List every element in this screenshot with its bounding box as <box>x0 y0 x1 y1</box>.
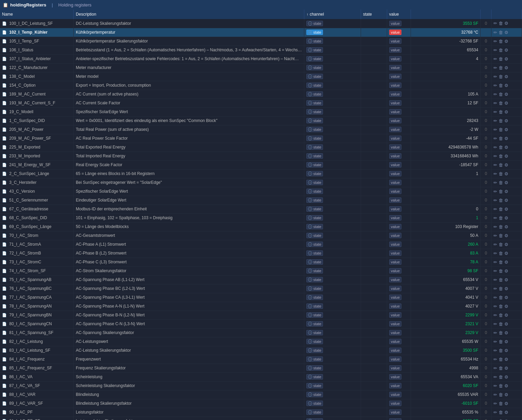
settings-icon[interactable]: ⚙ <box>504 39 508 44</box>
settings-icon[interactable]: ⚙ <box>504 56 508 62</box>
settings-icon[interactable]: ⚙ <box>504 321 508 327</box>
edit-icon[interactable]: ✏ <box>493 366 497 371</box>
edit-icon[interactable]: ✏ <box>493 65 497 70</box>
settings-icon[interactable]: ⚙ <box>504 207 508 212</box>
delete-icon[interactable]: 🗑 <box>499 374 503 380</box>
edit-icon[interactable]: ✏ <box>493 171 497 176</box>
delete-icon[interactable]: 🗑 <box>499 268 503 274</box>
settings-icon[interactable]: ⚙ <box>504 374 508 380</box>
edit-icon[interactable]: ✏ <box>493 260 497 265</box>
delete-icon[interactable]: 🗑 <box>499 260 503 265</box>
delete-icon[interactable]: 🗑 <box>499 207 503 212</box>
settings-icon[interactable]: ⚙ <box>504 330 508 335</box>
delete-icon[interactable]: 🗑 <box>499 348 503 353</box>
edit-icon[interactable]: ✏ <box>493 207 497 212</box>
edit-icon[interactable]: ✏ <box>493 224 497 229</box>
delete-icon[interactable]: 🗑 <box>499 65 503 70</box>
delete-icon[interactable]: 🗑 <box>499 83 503 88</box>
edit-icon[interactable]: ✏ <box>493 357 497 362</box>
settings-icon[interactable]: ⚙ <box>504 268 508 274</box>
settings-icon[interactable]: ⚙ <box>504 127 508 132</box>
table-wrapper[interactable]: Name Description ↑ channel state <box>0 10 522 420</box>
settings-icon[interactable]: ⚙ <box>504 251 508 256</box>
delete-icon[interactable]: 🗑 <box>499 21 503 26</box>
settings-icon[interactable]: ⚙ <box>504 154 508 159</box>
delete-icon[interactable]: 🗑 <box>499 189 503 194</box>
delete-icon[interactable]: 🗑 <box>499 180 503 185</box>
settings-icon[interactable]: ⚙ <box>504 366 508 371</box>
settings-icon[interactable]: ⚙ <box>504 313 508 318</box>
edit-icon[interactable]: ✏ <box>493 401 497 406</box>
edit-icon[interactable]: ✏ <box>493 286 497 291</box>
edit-icon[interactable]: ✏ <box>493 383 497 388</box>
edit-icon[interactable]: ✏ <box>493 277 497 282</box>
settings-icon[interactable]: ⚙ <box>504 242 508 247</box>
edit-icon[interactable]: ✏ <box>493 39 497 44</box>
delete-icon[interactable]: 🗑 <box>499 39 503 44</box>
edit-icon[interactable]: ✏ <box>493 295 497 300</box>
settings-icon[interactable]: ⚙ <box>504 74 508 79</box>
edit-icon[interactable]: ✏ <box>493 304 497 309</box>
delete-icon[interactable]: 🗑 <box>499 145 503 150</box>
settings-icon[interactable]: ⚙ <box>504 48 508 53</box>
delete-icon[interactable]: 🗑 <box>499 304 503 309</box>
settings-icon[interactable]: ⚙ <box>504 357 508 362</box>
edit-icon[interactable]: ✏ <box>493 189 497 194</box>
settings-icon[interactable]: ⚙ <box>504 21 508 26</box>
edit-icon[interactable]: ✏ <box>493 101 497 106</box>
delete-icon[interactable]: 🗑 <box>499 277 503 282</box>
edit-icon[interactable]: ✏ <box>493 330 497 335</box>
edit-icon[interactable]: ✏ <box>493 215 497 221</box>
delete-icon[interactable]: 🗑 <box>499 224 503 229</box>
edit-icon[interactable]: ✏ <box>493 30 497 35</box>
edit-icon[interactable]: ✏ <box>493 348 497 353</box>
edit-icon[interactable]: ✏ <box>493 154 497 159</box>
settings-icon[interactable]: ⚙ <box>504 162 508 168</box>
delete-icon[interactable]: 🗑 <box>499 321 503 327</box>
edit-icon[interactable]: ✏ <box>493 242 497 247</box>
delete-icon[interactable]: 🗑 <box>499 295 503 300</box>
delete-icon[interactable]: 🗑 <box>499 74 503 79</box>
settings-icon[interactable]: ⚙ <box>504 136 508 141</box>
edit-icon[interactable]: ✏ <box>493 339 497 344</box>
delete-icon[interactable]: 🗑 <box>499 383 503 388</box>
delete-icon[interactable]: 🗑 <box>499 357 503 362</box>
delete-icon[interactable]: 🗑 <box>499 162 503 168</box>
edit-icon[interactable]: ✏ <box>493 83 497 88</box>
edit-icon[interactable]: ✏ <box>493 74 497 79</box>
settings-icon[interactable]: ⚙ <box>504 383 508 388</box>
edit-icon[interactable]: ✏ <box>493 136 497 141</box>
edit-icon[interactable]: ✏ <box>493 92 497 97</box>
settings-icon[interactable]: ⚙ <box>504 65 508 70</box>
settings-icon[interactable]: ⚙ <box>504 410 508 415</box>
settings-icon[interactable]: ⚙ <box>504 286 508 291</box>
edit-icon[interactable]: ✏ <box>493 198 497 203</box>
settings-icon[interactable]: ⚙ <box>504 30 508 35</box>
delete-icon[interactable]: 🗑 <box>499 127 503 132</box>
edit-icon[interactable]: ✏ <box>493 127 497 132</box>
settings-icon[interactable]: ⚙ <box>504 339 508 344</box>
settings-icon[interactable]: ⚙ <box>504 392 508 397</box>
settings-icon[interactable]: ⚙ <box>504 215 508 221</box>
delete-icon[interactable]: 🗑 <box>499 109 503 115</box>
edit-icon[interactable]: ✏ <box>493 392 497 397</box>
settings-icon[interactable]: ⚙ <box>504 233 508 238</box>
settings-icon[interactable]: ⚙ <box>504 101 508 106</box>
delete-icon[interactable]: 🗑 <box>499 233 503 238</box>
settings-icon[interactable]: ⚙ <box>504 118 508 123</box>
delete-icon[interactable]: 🗑 <box>499 330 503 335</box>
delete-icon[interactable]: 🗑 <box>499 56 503 62</box>
settings-icon[interactable]: ⚙ <box>504 189 508 194</box>
delete-icon[interactable]: 🗑 <box>499 215 503 221</box>
edit-icon[interactable]: ✏ <box>493 48 497 53</box>
settings-icon[interactable]: ⚙ <box>504 304 508 309</box>
settings-icon[interactable]: ⚙ <box>504 145 508 150</box>
edit-icon[interactable]: ✏ <box>493 109 497 115</box>
edit-icon[interactable]: ✏ <box>493 180 497 185</box>
settings-icon[interactable]: ⚙ <box>504 295 508 300</box>
edit-icon[interactable]: ✏ <box>493 251 497 256</box>
delete-icon[interactable]: 🗑 <box>499 30 503 35</box>
edit-icon[interactable]: ✏ <box>493 162 497 168</box>
delete-icon[interactable]: 🗑 <box>499 136 503 141</box>
settings-icon[interactable]: ⚙ <box>504 171 508 176</box>
